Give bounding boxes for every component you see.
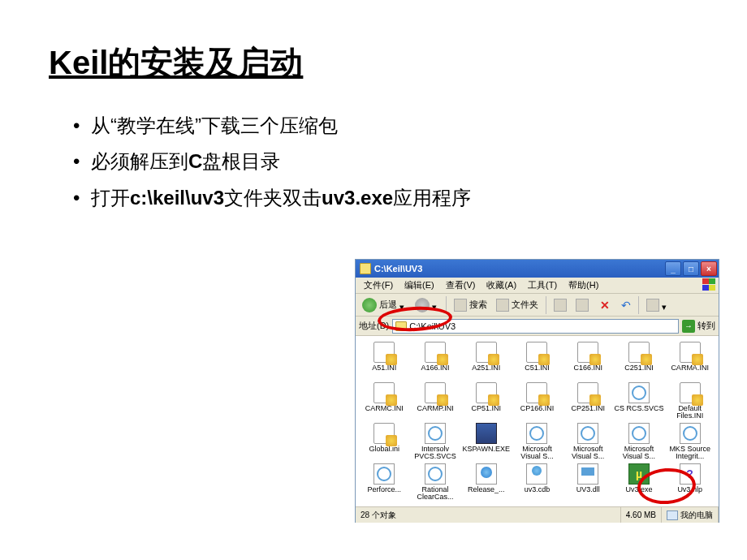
- search-button[interactable]: 搜索: [451, 297, 490, 313]
- forward-button[interactable]: ▾: [412, 296, 442, 314]
- file-label: A166.INI: [421, 364, 450, 372]
- file-item[interactable]: C166.INI: [563, 341, 614, 381]
- file-item[interactable]: CARMP.INI: [410, 381, 461, 422]
- menu-favorites[interactable]: 收藏(A): [481, 278, 521, 292]
- file-pane[interactable]: A51.INIA166.INIA251.INIC51.INIC166.INIC2…: [356, 336, 719, 506]
- file-icon: [526, 463, 547, 485]
- menu-tools[interactable]: 工具(T): [523, 278, 562, 292]
- file-item[interactable]: Microsoft Visual S...: [512, 422, 563, 463]
- file-label: Uv3.exe: [625, 486, 652, 493]
- minimize-button[interactable]: _: [665, 261, 681, 276]
- address-input[interactable]: C:\Keil\UV3: [392, 319, 679, 334]
- tool-button[interactable]: [572, 297, 592, 313]
- file-label: Microsoft Visual S...: [512, 446, 563, 461]
- file-label: C251.INI: [624, 364, 654, 372]
- file-label: Global.ini: [369, 446, 400, 453]
- file-label: Release_...: [468, 486, 505, 493]
- file-icon: [577, 463, 598, 485]
- file-item[interactable]: MKS Source Integrit...: [664, 422, 715, 463]
- file-label: CS RCS.SVCS: [614, 405, 663, 412]
- file-label: Microsoft Visual S...: [614, 446, 665, 461]
- menubar: 文件(F) 编辑(E) 查看(V) 收藏(A) 工具(T) 帮助(H): [356, 278, 719, 294]
- file-label: CP166.INI: [520, 405, 555, 412]
- file-icon: [374, 342, 395, 363]
- file-icon: [374, 463, 395, 485]
- file-item[interactable]: CP166.INI: [512, 381, 563, 422]
- file-icon: [577, 423, 598, 444]
- file-icon: [680, 423, 701, 444]
- titlebar[interactable]: C:\Keil\UV3 _ □ ×: [356, 260, 719, 278]
- file-item[interactable]: Default Files.INI: [664, 381, 715, 422]
- views-button[interactable]: ▾: [643, 297, 671, 313]
- file-item[interactable]: Release_...: [460, 463, 512, 503]
- file-icon: [628, 382, 650, 403]
- file-item[interactable]: Intersolv PVCS.SVCS: [410, 422, 461, 463]
- file-item[interactable]: Microsoft Visual S...: [614, 422, 665, 463]
- status-location: 我的电脑: [662, 507, 719, 523]
- file-item[interactable]: CS RCS.SVCS: [614, 381, 665, 422]
- file-item[interactable]: A51.INI: [359, 341, 410, 381]
- file-label: CARMA.INI: [671, 364, 709, 372]
- back-button[interactable]: 后退▾: [359, 296, 409, 314]
- file-item[interactable]: Uv3.exe: [614, 463, 665, 503]
- address-bar: 地址(D) C:\Keil\UV3 →转到: [356, 317, 719, 336]
- file-icon: [526, 342, 547, 363]
- go-icon: →: [682, 320, 695, 333]
- file-icon: [577, 382, 598, 403]
- delete-button[interactable]: ✕: [594, 297, 615, 313]
- file-label: CARMP.INI: [417, 405, 453, 412]
- file-label: uv3.cdb: [525, 486, 551, 493]
- folders-button[interactable]: 文件夹: [493, 297, 542, 313]
- file-icon: [680, 342, 701, 363]
- close-button[interactable]: ×: [701, 261, 717, 276]
- file-icon: [374, 423, 395, 444]
- file-icon: [680, 463, 701, 485]
- menu-help[interactable]: 帮助(H): [563, 278, 603, 292]
- file-item[interactable]: KSPAWN.EXE: [460, 422, 512, 463]
- menu-edit[interactable]: 编辑(E): [399, 278, 439, 292]
- file-item[interactable]: Rational ClearCas...: [410, 463, 461, 503]
- file-label: Rational ClearCas...: [410, 486, 461, 502]
- file-icon: [628, 463, 650, 485]
- file-item[interactable]: CP251.INI: [563, 381, 614, 422]
- file-label: A251.INI: [472, 364, 500, 372]
- file-item[interactable]: UV3.dll: [563, 463, 614, 503]
- file-icon: [476, 423, 497, 444]
- file-item[interactable]: Microsoft Visual S...: [563, 422, 614, 463]
- file-item[interactable]: A251.INI: [460, 341, 512, 381]
- file-item[interactable]: A166.INI: [410, 341, 461, 381]
- file-item[interactable]: Global.ini: [359, 422, 410, 463]
- undo-button[interactable]: ↶: [618, 297, 634, 313]
- computer-icon: [667, 510, 678, 520]
- menu-view[interactable]: 查看(V): [441, 278, 481, 292]
- file-item[interactable]: CP51.INI: [460, 381, 512, 422]
- bullet-item: 从“教学在线”下载三个压缩包: [73, 108, 698, 144]
- maximize-button[interactable]: □: [683, 261, 699, 276]
- tool-button[interactable]: [551, 297, 570, 313]
- toolbar: 后退▾ ▾ 搜索 文件夹 ✕ ↶ ▾: [356, 294, 719, 317]
- file-label: Default Files.INI: [664, 405, 715, 420]
- go-button[interactable]: →转到: [682, 320, 715, 333]
- windows-logo-icon: [702, 278, 717, 291]
- slide-title: Keil的安装及启动: [49, 41, 698, 85]
- file-label: CARMC.INI: [365, 405, 404, 412]
- file-item[interactable]: Uv3.hlp: [664, 463, 715, 503]
- folders-icon: [496, 299, 509, 312]
- file-item[interactable]: C251.INI: [614, 341, 665, 381]
- file-item[interactable]: uv3.cdb: [512, 463, 563, 503]
- file-label: Perforce...: [368, 486, 402, 493]
- window-title: C:\Keil\UV3: [374, 264, 665, 274]
- menu-file[interactable]: 文件(F): [359, 278, 398, 292]
- file-item[interactable]: CARMC.INI: [359, 381, 410, 422]
- address-label: 地址(D): [359, 320, 389, 332]
- file-label: UV3.dll: [576, 486, 600, 493]
- file-icon: [526, 423, 547, 444]
- file-icon: [476, 382, 497, 403]
- file-icon: [425, 382, 446, 403]
- file-item[interactable]: C51.INI: [512, 341, 563, 381]
- file-label: C166.INI: [573, 364, 602, 372]
- bullet-list: 从“教学在线”下载三个压缩包 必须解压到C盘根目录 打开c:\keil\uv3文…: [49, 108, 698, 216]
- file-icon: [526, 382, 547, 403]
- file-item[interactable]: Perforce...: [359, 463, 410, 503]
- file-item[interactable]: CARMA.INI: [664, 341, 715, 381]
